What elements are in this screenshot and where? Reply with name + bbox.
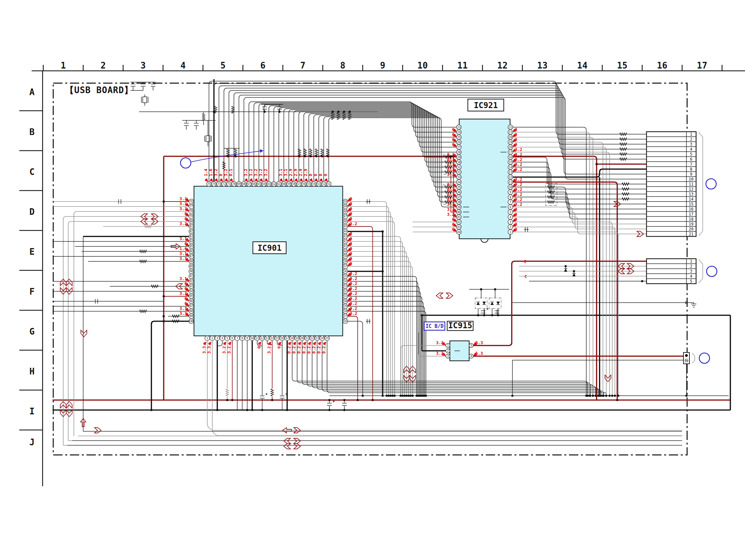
junction-dot (263, 111, 266, 113)
pin-number: 5 (510, 210, 511, 214)
connector-pin-number: 1 (690, 132, 692, 137)
voltage-arrow-icon (305, 179, 307, 181)
pin-number: 34 (457, 181, 460, 184)
wire (207, 341, 682, 430)
ground-symbol (691, 303, 697, 307)
voltage-label: 2.9 (293, 169, 298, 176)
voltage-label: 3.2 (266, 346, 271, 354)
wire (513, 207, 647, 224)
voltage-arrow-icon (265, 179, 267, 181)
junction-dot (349, 111, 351, 113)
junction-dot (403, 395, 406, 397)
ferrite-bead-C: C (524, 259, 526, 264)
ic915-pin-5: 55.3 (469, 340, 483, 348)
connector-pin-number: 20 (689, 227, 693, 232)
pin-number: 60 (282, 182, 286, 185)
ic901-pin-69: 69 (236, 182, 241, 186)
pin-number: 27 (457, 146, 460, 149)
wire (292, 341, 588, 396)
wire (513, 197, 647, 214)
connector-pin-number: 3 (690, 142, 692, 147)
pin-number: 69 (237, 182, 240, 185)
voltage-arrow-icon (298, 342, 301, 345)
pin-number: 94 (190, 290, 193, 293)
wire (309, 114, 456, 187)
junction-dot (585, 395, 588, 397)
voltage-label: 0.1 (228, 169, 233, 176)
voltage-label: 2.9 (298, 169, 303, 176)
diode (490, 302, 494, 305)
junction-dot (594, 395, 597, 397)
pin-number: 37 (344, 265, 347, 268)
pin-number: 49 (344, 205, 347, 208)
pin-number: 46 (344, 220, 347, 223)
pin-number: 90 (190, 270, 193, 273)
connector-pin-number: 15 (689, 202, 693, 207)
connector-pin-number: 11 (689, 182, 693, 186)
junction-dot (246, 409, 249, 411)
wire (513, 212, 647, 229)
junction-dot (388, 395, 390, 397)
wire (152, 321, 189, 410)
pin-number: 19 (509, 141, 512, 144)
pin-number: 26 (457, 141, 460, 144)
junction-dot (425, 395, 427, 397)
pin-number: 57 (297, 182, 300, 185)
grid-column-label: 11 (457, 61, 467, 70)
junction-dot (386, 395, 388, 397)
pin-number: 31 (457, 166, 460, 169)
grid-column-label: 8 (340, 61, 345, 70)
junction-dot (327, 155, 329, 158)
wire (299, 112, 456, 182)
junction-dot (213, 155, 215, 158)
voltage-label: 3.2 (248, 169, 253, 176)
pin-number: 21 (509, 131, 512, 134)
grid-column-label: 6 (260, 61, 265, 70)
voltage-label: 0.2 (287, 346, 291, 354)
junction-dot (617, 395, 620, 397)
resistor (226, 389, 229, 396)
voltage-arrow-icon (204, 342, 206, 345)
pin-number: 35 (344, 275, 347, 278)
voltage-label: 2.9 (303, 169, 308, 176)
voltage-label: 3.2 (223, 169, 228, 176)
connector-pin-number: 10 (689, 177, 693, 182)
voltage-arrow-icon (224, 342, 226, 345)
junction-dot (401, 395, 404, 397)
pin-number: 70 (232, 182, 235, 185)
junction-dot (304, 155, 306, 158)
junction-dot (641, 280, 644, 282)
ic901-pin-62: 62 (271, 182, 277, 186)
junction-dot (362, 395, 364, 397)
pin-number: 96 (190, 300, 193, 303)
pin-number: 25 (457, 136, 460, 139)
resistor (271, 389, 273, 396)
junction-dot (611, 395, 614, 397)
junction-dot (163, 320, 165, 322)
junction-dot (497, 314, 499, 317)
pin-number: 87 (190, 255, 193, 258)
pin-number: 27 (344, 315, 347, 318)
voltage-arrow-icon (225, 179, 228, 181)
grid-column-label: 17 (697, 61, 707, 70)
connector-pin-number: 4 (690, 147, 692, 152)
schematic-page: 1234567891011121314151617ABCDEFGHIJ【USB … (0, 0, 745, 560)
wire (277, 341, 282, 345)
grid-column-label: 13 (537, 61, 547, 70)
connector-pin-number: 7 (690, 162, 692, 167)
pin-number: 55 (307, 182, 311, 185)
diode (564, 269, 567, 272)
ic901-pin-100: 100 (189, 319, 194, 324)
wire (513, 222, 612, 396)
pin-number: 48 (344, 210, 347, 213)
pin-number: 85 (190, 245, 193, 248)
pin-number: 68 (242, 182, 246, 185)
plus-sign (486, 308, 488, 310)
pin-number: 88 (190, 260, 193, 263)
ic901-pin-13: 13 (265, 336, 270, 341)
diode (483, 302, 486, 305)
junction-dot (598, 395, 601, 397)
callout-circle (181, 158, 191, 168)
capacitor (262, 107, 267, 109)
pin-number: 24 (457, 131, 460, 134)
